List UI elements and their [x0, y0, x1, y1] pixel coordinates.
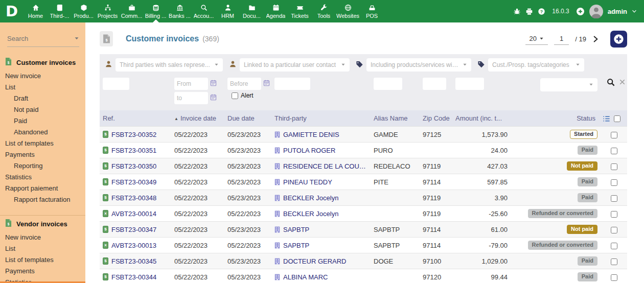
filter-due-before-input[interactable] [227, 78, 261, 90]
col-invoice-date[interactable]: ▲Invoice date [171, 110, 224, 127]
amount-cell[interactable]: 61.00 [452, 222, 510, 238]
top-menu-comm[interactable]: Comm... [120, 0, 144, 22]
printer-icon[interactable] [525, 8, 533, 15]
amount-cell[interactable]: 99.44 [452, 269, 510, 283]
page-number-input[interactable]: 1 [554, 33, 569, 45]
amount-cell[interactable]: 3.90 [452, 190, 510, 206]
third-party-link[interactable]: GAMIETTE DENIS [274, 131, 369, 138]
top-menu-projects[interactable]: Projects [96, 0, 120, 22]
row-checkbox[interactable] [611, 163, 617, 170]
filter-select-including-products-services-with[interactable]: Including products/services with... [366, 58, 471, 72]
third-party-link[interactable]: BECKLER Jocelyn [274, 194, 369, 202]
third-party-link[interactable]: RESIDENCE DE LA COUSI... [274, 162, 369, 170]
top-menu-pos[interactable]: POS [360, 0, 384, 22]
col-ref[interactable]: Ref. [100, 110, 171, 127]
next-page-button[interactable] [592, 36, 599, 42]
top-menu-docu[interactable]: Docu... [240, 0, 264, 22]
top-menu-home[interactable]: Home [24, 0, 48, 22]
filter-date-from-input[interactable] [174, 78, 208, 90]
page-size-select[interactable]: 20 [525, 33, 548, 45]
sidebar-item-list[interactable]: List [0, 243, 85, 254]
select-all-checkbox[interactable] [614, 115, 620, 122]
caret-down-icon[interactable] [74, 34, 79, 43]
sidebar-section-title[interactable]: $Vendor invoices [0, 216, 85, 232]
invoice-ref-link[interactable]: $FSBT23-00348 [103, 194, 169, 202]
page-title[interactable]: Customer invoices [126, 34, 199, 43]
col-amount[interactable]: Amount (inc. t... [452, 110, 510, 127]
amount-cell[interactable]: 1,573.90 [452, 127, 510, 143]
col-alias[interactable]: Alias Name [371, 110, 420, 127]
top-menu-tickets[interactable]: Tickets [288, 0, 312, 22]
invoice-ref-link[interactable]: $FSBT23-00345 [103, 257, 169, 265]
sidebar-item-new-invoice[interactable]: New invoice [0, 232, 85, 243]
bug-icon[interactable] [513, 8, 521, 15]
amount-cell[interactable]: 427.03 [452, 158, 510, 174]
row-checkbox[interactable] [611, 148, 617, 154]
filter-third-party-input[interactable] [274, 78, 310, 90]
amount-cell[interactable]: 1,029.00 [452, 253, 510, 269]
third-party-link[interactable]: DOCTEUR GERARD [274, 257, 369, 265]
sidebar-item-draft[interactable]: Draft [0, 93, 85, 104]
top-menu-tools[interactable]: Tools [312, 0, 336, 22]
amount-cell[interactable]: -79.00 [452, 238, 510, 253]
top-menu-billing[interactable]: Billing ... [144, 0, 168, 22]
col-due-date[interactable]: Due date [224, 110, 271, 127]
top-menu-third[interactable]: Third-... [48, 0, 72, 22]
invoice-ref-link[interactable]: $FSBT23-00352 [103, 131, 169, 138]
sidebar-item-list-of-templates[interactable]: List of templates [0, 254, 85, 266]
row-checkbox[interactable] [611, 195, 617, 202]
columns-selector-icon[interactable] [603, 115, 610, 122]
row-checkbox[interactable] [611, 274, 617, 281]
col-status[interactable]: Status [510, 110, 600, 127]
filter-ref-input[interactable] [103, 78, 129, 90]
col-zip[interactable]: Zip Code [420, 110, 452, 127]
avatar[interactable] [589, 5, 603, 18]
third-party-link[interactable]: SAPBTP [274, 242, 369, 249]
search-button[interactable] [607, 78, 615, 86]
third-party-link[interactable]: PINEAU TEDDY [274, 178, 369, 186]
row-checkbox[interactable] [611, 243, 617, 249]
top-menu-produ[interactable]: Produ... [72, 0, 96, 22]
amount-cell[interactable]: 24.00 [452, 143, 510, 158]
top-menu-accou[interactable]: Accou... [192, 0, 216, 22]
filter-status-select[interactable] [540, 78, 597, 91]
dolibarr-logo[interactable]: D [0, 0, 24, 22]
quick-add-icon[interactable] [576, 7, 585, 16]
sidebar-item-payments[interactable]: Payments [0, 149, 85, 160]
invoice-ref-link[interactable]: $FSBT23-00347 [103, 226, 169, 233]
top-menu-agenda[interactable]: Agenda [264, 0, 288, 22]
sidebar-item-statistics[interactable]: Statistics [0, 172, 85, 183]
chevron-down-icon[interactable] [632, 9, 637, 14]
sidebar-item-new-invoice[interactable]: New invoice [0, 70, 85, 82]
sidebar-section-title[interactable]: $Customer invoices [0, 54, 85, 70]
row-checkbox[interactable] [611, 211, 617, 218]
clear-filters-button[interactable] [619, 79, 626, 85]
alert-checkbox[interactable]: Alert [232, 92, 269, 99]
invoice-ref-link[interactable]: $FSBT23-00344 [103, 273, 169, 281]
third-party-link[interactable]: PUTOLA ROGER [274, 147, 369, 154]
row-checkbox[interactable] [611, 227, 617, 233]
alert-checkbox-input[interactable] [232, 92, 238, 99]
row-checkbox[interactable] [611, 179, 617, 186]
search-input[interactable] [7, 35, 74, 42]
sidebar-item-paid[interactable]: Paid [0, 115, 85, 127]
top-menu-hrm[interactable]: HRM [216, 0, 240, 22]
filter-select-third-parties-with-sales-represe[interactable]: Third parties with sales represe... [116, 58, 223, 72]
filter-zip-input[interactable] [423, 78, 446, 90]
sidebar-item-not-paid[interactable]: Not paid [0, 104, 85, 115]
invoice-ref-link[interactable]: $FSBT23-00349 [103, 178, 169, 186]
top-menu-websites[interactable]: Websites [336, 0, 360, 22]
third-party-link[interactable]: SAPBTP [274, 226, 369, 233]
row-checkbox[interactable] [611, 258, 617, 265]
new-invoice-button[interactable] [610, 31, 627, 48]
sidebar-item-payments[interactable]: Payments [0, 266, 85, 277]
sidebar-item-rapport-facturation[interactable]: Rapport facturation [0, 194, 85, 205]
filter-alias-input[interactable] [374, 78, 402, 90]
sidebar-item-list[interactable]: List [0, 82, 85, 93]
row-checkbox[interactable] [611, 132, 617, 138]
invoice-ref-link[interactable]: $FSBT23-00350 [103, 162, 169, 170]
filter-date-to-input[interactable] [174, 92, 208, 104]
filter-select-cust-prosp-tags-categories[interactable]: Cust./Prosp. tags/categories [488, 58, 584, 72]
filter-amount-input[interactable] [455, 78, 484, 90]
sidebar-item-rapport-paiement[interactable]: Rapport paiement [0, 183, 85, 194]
